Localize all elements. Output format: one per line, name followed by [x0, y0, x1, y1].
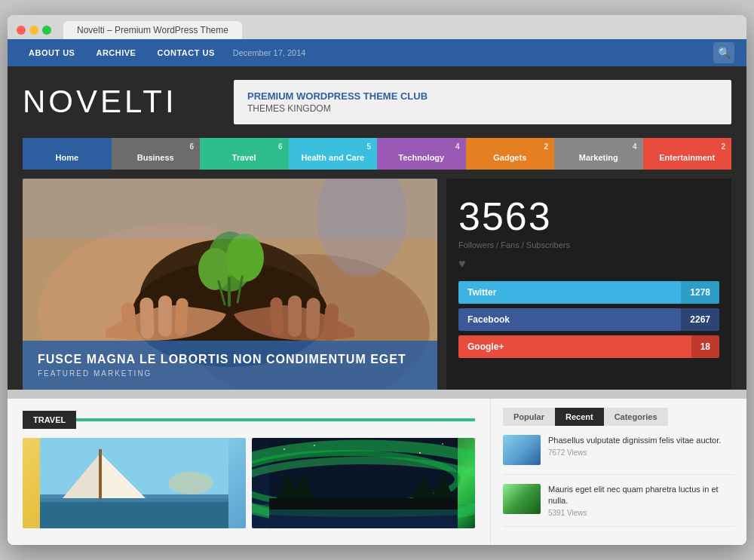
hero-image-container[interactable]: Fusce Magna Le Lobortis Non Condimentum … — [23, 179, 437, 390]
travel-image-aurora[interactable] — [252, 438, 475, 528]
cat-tab-travel[interactable]: 6 Travel — [200, 138, 289, 170]
svg-rect-17 — [288, 295, 302, 337]
svg-point-33 — [284, 448, 285, 450]
tab-recent[interactable]: Recent — [555, 408, 604, 426]
cat-tab-gadgets[interactable]: 2 Gadgets — [466, 138, 555, 170]
google-bar[interactable]: Google+ 18 — [458, 335, 719, 358]
svg-rect-8 — [228, 277, 231, 307]
sidebar-text-2: Mauris eget elit nec quam pharetra luctu… — [548, 484, 734, 518]
header-area: NOVELTI Premium WordPress Theme Club The… — [8, 66, 746, 138]
svg-rect-27 — [40, 502, 228, 528]
tab-buttons: Popular Recent Categories — [503, 408, 734, 426]
tab-categories[interactable]: Categories — [604, 408, 668, 426]
cat-tab-tech[interactable]: 4 Technology — [377, 138, 466, 170]
heart-icon: ♥ — [458, 257, 719, 271]
nav-bar: About Us Archive Contact Us December 17,… — [8, 39, 746, 66]
category-tabs: Home 6 Business 6 Travel 5 Health and Ca… — [8, 138, 746, 170]
svg-rect-12 — [139, 297, 155, 339]
cat-label-tech: Technology — [385, 153, 458, 162]
svg-point-28 — [168, 472, 213, 494]
cat-tab-health[interactable]: 5 Health and Care — [289, 138, 378, 170]
section-header: Travel — [23, 411, 475, 429]
google-count: 18 — [691, 335, 719, 358]
nav-about[interactable]: About Us — [20, 39, 84, 66]
sidebar-thumb-2 — [503, 484, 541, 514]
facebook-label: Facebook — [458, 308, 681, 331]
browser-window: Novelti – Premium WordPress Theme About … — [8, 15, 746, 546]
stats-number: 3563 — [458, 194, 719, 239]
svg-rect-25 — [99, 449, 102, 502]
cat-count-travel: 6 — [278, 142, 283, 151]
minimize-dot[interactable] — [29, 26, 38, 35]
hero-caption: Fusce Magna Le Lobortis Non Condimentum … — [23, 341, 437, 390]
svg-rect-16 — [305, 298, 320, 340]
stats-label: Followers / Fans / Subscribers — [458, 240, 719, 249]
ad-subtitle: Themes Kingdom — [247, 103, 718, 114]
cat-tab-marketing[interactable]: 4 Marketing — [554, 138, 643, 170]
travel-image-sailing[interactable] — [23, 438, 246, 528]
maximize-dot[interactable] — [42, 26, 51, 35]
svg-point-35 — [419, 452, 421, 454]
travel-section: Travel — [8, 399, 490, 546]
svg-rect-13 — [158, 295, 172, 337]
hero-caption-tag: Featured Marketing — [38, 369, 422, 378]
svg-point-36 — [442, 443, 443, 445]
site-title: NOVELTI — [23, 84, 219, 120]
cat-label-entertainment: Entertainment — [651, 153, 725, 162]
sidebar-item-2[interactable]: Mauris eget elit nec quam pharetra luctu… — [503, 484, 734, 528]
cat-count-marketing: 4 — [633, 142, 637, 151]
close-dot[interactable] — [17, 26, 26, 35]
section-accent — [76, 418, 475, 421]
nav-archive[interactable]: Archive — [87, 39, 145, 66]
sidebar-text-1: Phasellus vulputate dignissim felis vita… — [548, 435, 721, 465]
travel-images — [23, 438, 475, 528]
cat-label-business: Business — [119, 153, 193, 162]
browser-chrome: Novelti – Premium WordPress Theme — [8, 15, 746, 39]
facebook-bar[interactable]: Facebook 2267 — [458, 308, 719, 331]
svg-point-7 — [226, 234, 264, 282]
lower-section: Travel — [8, 399, 746, 546]
google-label: Google+ — [458, 335, 691, 358]
hero-section: Fusce Magna Le Lobortis Non Condimentum … — [23, 179, 731, 390]
section-title-bar: Travel — [23, 411, 76, 429]
tab-popular[interactable]: Popular — [503, 408, 555, 426]
twitter-label: Twitter — [458, 281, 681, 304]
svg-point-34 — [314, 445, 315, 446]
cat-label-home: Home — [30, 153, 104, 162]
cat-tab-home[interactable]: Home — [23, 138, 112, 170]
sidebar-tabs-section: Popular Recent Categories Phasellus vulp… — [490, 399, 746, 546]
sidebar-item-views-2: 5391 Views — [548, 509, 734, 517]
cat-count-gadgets: 2 — [544, 142, 548, 151]
sidebar-item-title-1: Phasellus vulputate dignissim felis vita… — [548, 435, 721, 446]
cat-tab-entertainment[interactable]: 2 Entertainment — [643, 138, 732, 170]
cat-tab-business[interactable]: 6 Business — [112, 138, 201, 170]
browser-dots — [17, 26, 51, 35]
cat-label-marketing: Marketing — [562, 153, 636, 162]
twitter-count: 1278 — [681, 281, 719, 304]
cat-label-travel: Travel — [207, 153, 281, 162]
sidebar-item-1[interactable]: Phasellus vulputate dignissim felis vita… — [503, 435, 734, 475]
search-icon[interactable]: 🔍 — [713, 42, 734, 63]
sidebar-item-views-1: 7672 Views — [548, 448, 721, 457]
sidebar-thumb-1 — [503, 435, 541, 465]
header-ad[interactable]: Premium WordPress Theme Club Themes King… — [234, 80, 731, 124]
cat-count-tech: 4 — [455, 142, 460, 151]
ad-title: Premium WordPress Theme Club — [247, 90, 718, 102]
cat-label-gadgets: Gadgets — [474, 153, 547, 162]
facebook-count: 2267 — [681, 308, 719, 331]
hero-caption-title: Fusce Magna Le Lobortis Non Condimentum … — [38, 353, 422, 366]
main-content: NOVELTI Premium WordPress Theme Club The… — [8, 66, 746, 390]
twitter-bar[interactable]: Twitter 1278 — [458, 281, 719, 304]
cat-count-health: 5 — [366, 142, 371, 151]
cat-count-entertainment: 2 — [721, 142, 725, 151]
nav-date: December 17, 2014 — [233, 48, 306, 57]
stats-sidebar: 3563 Followers / Fans / Subscribers ♥ Tw… — [446, 179, 731, 390]
cat-label-health: Health and Care — [296, 153, 370, 162]
browser-tab[interactable]: Novelti – Premium WordPress Theme — [63, 21, 242, 39]
svg-rect-14 — [174, 298, 188, 336]
sidebar-item-title-2: Mauris eget elit nec quam pharetra luctu… — [548, 484, 734, 507]
cat-count-business: 6 — [189, 142, 194, 151]
nav-contact[interactable]: Contact Us — [148, 39, 223, 66]
svg-rect-18 — [270, 297, 284, 335]
svg-rect-39 — [269, 498, 458, 510]
